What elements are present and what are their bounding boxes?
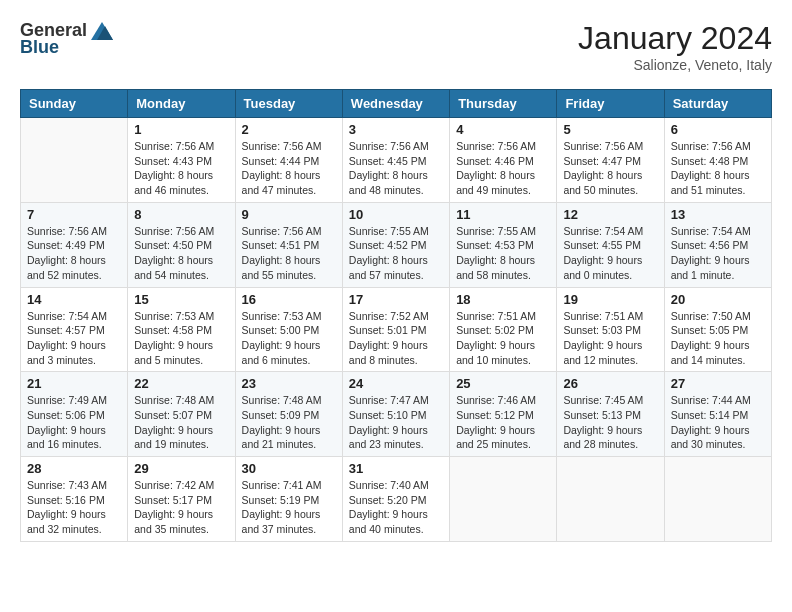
calendar-cell <box>557 457 664 542</box>
logo-icon <box>91 22 113 40</box>
day-info: Sunrise: 7:56 AMSunset: 4:44 PMDaylight:… <box>242 139 336 198</box>
calendar-cell: 27Sunrise: 7:44 AMSunset: 5:14 PMDayligh… <box>664 372 771 457</box>
day-number: 13 <box>671 207 765 222</box>
day-number: 3 <box>349 122 443 137</box>
day-info: Sunrise: 7:56 AMSunset: 4:48 PMDaylight:… <box>671 139 765 198</box>
day-info: Sunrise: 7:41 AMSunset: 5:19 PMDaylight:… <box>242 478 336 537</box>
day-info: Sunrise: 7:51 AMSunset: 5:02 PMDaylight:… <box>456 309 550 368</box>
day-number: 8 <box>134 207 228 222</box>
day-info: Sunrise: 7:54 AMSunset: 4:56 PMDaylight:… <box>671 224 765 283</box>
day-number: 9 <box>242 207 336 222</box>
day-info: Sunrise: 7:56 AMSunset: 4:45 PMDaylight:… <box>349 139 443 198</box>
day-number: 24 <box>349 376 443 391</box>
day-number: 20 <box>671 292 765 307</box>
calendar-cell: 19Sunrise: 7:51 AMSunset: 5:03 PMDayligh… <box>557 287 664 372</box>
day-info: Sunrise: 7:48 AMSunset: 5:09 PMDaylight:… <box>242 393 336 452</box>
calendar-table: SundayMondayTuesdayWednesdayThursdayFrid… <box>20 89 772 542</box>
weekday-header-wednesday: Wednesday <box>342 90 449 118</box>
calendar-cell <box>664 457 771 542</box>
day-number: 11 <box>456 207 550 222</box>
weekday-header-tuesday: Tuesday <box>235 90 342 118</box>
calendar-cell <box>450 457 557 542</box>
calendar-cell: 20Sunrise: 7:50 AMSunset: 5:05 PMDayligh… <box>664 287 771 372</box>
day-number: 6 <box>671 122 765 137</box>
day-number: 15 <box>134 292 228 307</box>
day-number: 4 <box>456 122 550 137</box>
day-info: Sunrise: 7:56 AMSunset: 4:51 PMDaylight:… <box>242 224 336 283</box>
calendar-cell: 25Sunrise: 7:46 AMSunset: 5:12 PMDayligh… <box>450 372 557 457</box>
page-header: General Blue January 2024 Salionze, Vene… <box>20 20 772 73</box>
day-number: 27 <box>671 376 765 391</box>
calendar-cell: 16Sunrise: 7:53 AMSunset: 5:00 PMDayligh… <box>235 287 342 372</box>
day-info: Sunrise: 7:56 AMSunset: 4:50 PMDaylight:… <box>134 224 228 283</box>
calendar-cell: 6Sunrise: 7:56 AMSunset: 4:48 PMDaylight… <box>664 118 771 203</box>
day-number: 7 <box>27 207 121 222</box>
calendar-week-3: 14Sunrise: 7:54 AMSunset: 4:57 PMDayligh… <box>21 287 772 372</box>
calendar-cell: 22Sunrise: 7:48 AMSunset: 5:07 PMDayligh… <box>128 372 235 457</box>
day-number: 25 <box>456 376 550 391</box>
day-info: Sunrise: 7:45 AMSunset: 5:13 PMDaylight:… <box>563 393 657 452</box>
calendar-cell <box>21 118 128 203</box>
day-number: 10 <box>349 207 443 222</box>
day-info: Sunrise: 7:55 AMSunset: 4:52 PMDaylight:… <box>349 224 443 283</box>
weekday-header-monday: Monday <box>128 90 235 118</box>
logo-blue-text: Blue <box>20 37 59 58</box>
day-info: Sunrise: 7:56 AMSunset: 4:43 PMDaylight:… <box>134 139 228 198</box>
day-info: Sunrise: 7:48 AMSunset: 5:07 PMDaylight:… <box>134 393 228 452</box>
weekday-header-saturday: Saturday <box>664 90 771 118</box>
day-info: Sunrise: 7:56 AMSunset: 4:47 PMDaylight:… <box>563 139 657 198</box>
calendar-cell: 17Sunrise: 7:52 AMSunset: 5:01 PMDayligh… <box>342 287 449 372</box>
day-number: 23 <box>242 376 336 391</box>
day-info: Sunrise: 7:54 AMSunset: 4:57 PMDaylight:… <box>27 309 121 368</box>
day-info: Sunrise: 7:56 AMSunset: 4:49 PMDaylight:… <box>27 224 121 283</box>
day-number: 5 <box>563 122 657 137</box>
day-info: Sunrise: 7:42 AMSunset: 5:17 PMDaylight:… <box>134 478 228 537</box>
day-info: Sunrise: 7:44 AMSunset: 5:14 PMDaylight:… <box>671 393 765 452</box>
day-info: Sunrise: 7:43 AMSunset: 5:16 PMDaylight:… <box>27 478 121 537</box>
calendar-week-5: 28Sunrise: 7:43 AMSunset: 5:16 PMDayligh… <box>21 457 772 542</box>
day-info: Sunrise: 7:55 AMSunset: 4:53 PMDaylight:… <box>456 224 550 283</box>
calendar-cell: 24Sunrise: 7:47 AMSunset: 5:10 PMDayligh… <box>342 372 449 457</box>
calendar-cell: 26Sunrise: 7:45 AMSunset: 5:13 PMDayligh… <box>557 372 664 457</box>
calendar-cell: 14Sunrise: 7:54 AMSunset: 4:57 PMDayligh… <box>21 287 128 372</box>
day-number: 30 <box>242 461 336 476</box>
day-info: Sunrise: 7:53 AMSunset: 4:58 PMDaylight:… <box>134 309 228 368</box>
calendar-cell: 3Sunrise: 7:56 AMSunset: 4:45 PMDaylight… <box>342 118 449 203</box>
weekday-header-friday: Friday <box>557 90 664 118</box>
calendar-header: SundayMondayTuesdayWednesdayThursdayFrid… <box>21 90 772 118</box>
calendar-cell: 11Sunrise: 7:55 AMSunset: 4:53 PMDayligh… <box>450 202 557 287</box>
calendar-week-2: 7Sunrise: 7:56 AMSunset: 4:49 PMDaylight… <box>21 202 772 287</box>
calendar-cell: 18Sunrise: 7:51 AMSunset: 5:02 PMDayligh… <box>450 287 557 372</box>
calendar-cell: 5Sunrise: 7:56 AMSunset: 4:47 PMDaylight… <box>557 118 664 203</box>
day-number: 26 <box>563 376 657 391</box>
day-number: 18 <box>456 292 550 307</box>
calendar-cell: 29Sunrise: 7:42 AMSunset: 5:17 PMDayligh… <box>128 457 235 542</box>
day-info: Sunrise: 7:51 AMSunset: 5:03 PMDaylight:… <box>563 309 657 368</box>
day-number: 29 <box>134 461 228 476</box>
day-number: 14 <box>27 292 121 307</box>
day-number: 12 <box>563 207 657 222</box>
weekday-header-sunday: Sunday <box>21 90 128 118</box>
day-number: 1 <box>134 122 228 137</box>
day-number: 19 <box>563 292 657 307</box>
calendar-week-1: 1Sunrise: 7:56 AMSunset: 4:43 PMDaylight… <box>21 118 772 203</box>
calendar-cell: 12Sunrise: 7:54 AMSunset: 4:55 PMDayligh… <box>557 202 664 287</box>
calendar-cell: 30Sunrise: 7:41 AMSunset: 5:19 PMDayligh… <box>235 457 342 542</box>
day-info: Sunrise: 7:56 AMSunset: 4:46 PMDaylight:… <box>456 139 550 198</box>
weekday-header-row: SundayMondayTuesdayWednesdayThursdayFrid… <box>21 90 772 118</box>
day-number: 2 <box>242 122 336 137</box>
calendar-cell: 7Sunrise: 7:56 AMSunset: 4:49 PMDaylight… <box>21 202 128 287</box>
calendar-body: 1Sunrise: 7:56 AMSunset: 4:43 PMDaylight… <box>21 118 772 542</box>
calendar-cell: 2Sunrise: 7:56 AMSunset: 4:44 PMDaylight… <box>235 118 342 203</box>
location-subtitle: Salionze, Veneto, Italy <box>578 57 772 73</box>
calendar-cell: 13Sunrise: 7:54 AMSunset: 4:56 PMDayligh… <box>664 202 771 287</box>
day-info: Sunrise: 7:52 AMSunset: 5:01 PMDaylight:… <box>349 309 443 368</box>
calendar-cell: 28Sunrise: 7:43 AMSunset: 5:16 PMDayligh… <box>21 457 128 542</box>
calendar-cell: 1Sunrise: 7:56 AMSunset: 4:43 PMDaylight… <box>128 118 235 203</box>
calendar-cell: 8Sunrise: 7:56 AMSunset: 4:50 PMDaylight… <box>128 202 235 287</box>
day-info: Sunrise: 7:50 AMSunset: 5:05 PMDaylight:… <box>671 309 765 368</box>
day-number: 21 <box>27 376 121 391</box>
calendar-cell: 15Sunrise: 7:53 AMSunset: 4:58 PMDayligh… <box>128 287 235 372</box>
month-year-title: January 2024 <box>578 20 772 57</box>
calendar-cell: 23Sunrise: 7:48 AMSunset: 5:09 PMDayligh… <box>235 372 342 457</box>
